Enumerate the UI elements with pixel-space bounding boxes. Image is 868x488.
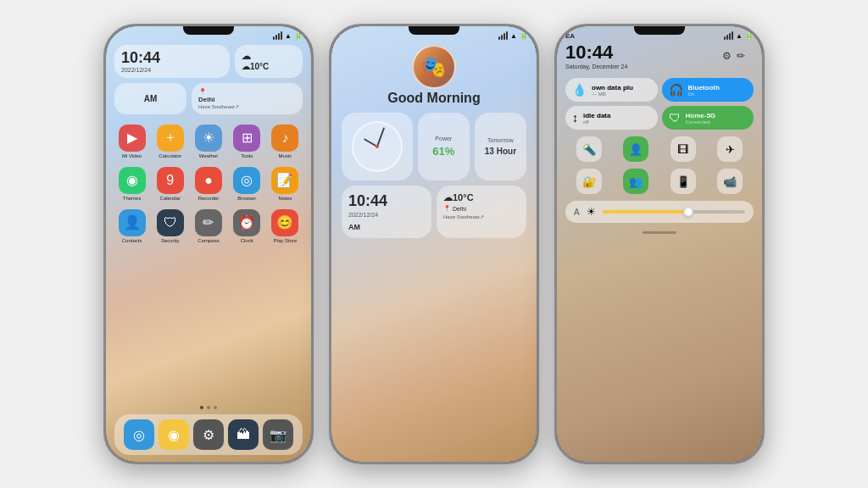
calculator-icon: ＋ bbox=[157, 125, 184, 152]
security-label: Security bbox=[161, 238, 180, 243]
contacts-icon: 👤 bbox=[119, 209, 146, 236]
tools-icon: ⊞ bbox=[233, 125, 260, 152]
app-calculator[interactable]: ＋ Calculator bbox=[153, 125, 187, 158]
tomorrow-label: Tomorrow bbox=[487, 137, 514, 143]
condition-label: Haze Southeast↗ bbox=[198, 103, 296, 109]
edit-icon[interactable]: ✏ bbox=[737, 50, 745, 62]
app-calendar[interactable]: 9 Calendar bbox=[153, 167, 187, 201]
app-tools[interactable]: ⊞ Tools bbox=[230, 125, 264, 158]
app-mi-video[interactable]: ▶ Mi Video bbox=[114, 125, 149, 158]
dock: ◎ ◉ ⚙ 🏔 📷 bbox=[114, 414, 303, 455]
app-compass[interactable]: ✏ Compass bbox=[191, 209, 225, 243]
app-music[interactable]: ♪ Music bbox=[268, 125, 303, 158]
film-btn[interactable]: 🎞 bbox=[670, 136, 696, 162]
calendar-icon: 9 bbox=[157, 167, 184, 194]
cc-tile-idle[interactable]: ↕ idle data off bbox=[565, 106, 658, 130]
weather-icon: ☁ bbox=[242, 51, 251, 62]
app-weather[interactable]: ☀ Weather bbox=[191, 125, 225, 158]
dock-app-5[interactable]: 📷 bbox=[263, 419, 293, 450]
app-contacts[interactable]: 👤 Contacts bbox=[114, 209, 149, 243]
tomorrow-widget: Tomorrow 13 Hour bbox=[475, 113, 526, 180]
temp-display: ☁10°C bbox=[242, 62, 269, 71]
phone1-screen: ▲ 🔋 10:44 2022/12/24 ☁ ☁10°C AM � bbox=[106, 26, 311, 462]
power-value: 61% bbox=[432, 145, 454, 158]
wifi-tile-label: Home-5G bbox=[686, 112, 716, 119]
cc-date-row: 10:44 Saturday, December 24 ⚙ ✏ bbox=[557, 42, 762, 69]
cc-tile-wifi[interactable]: 🛡 Home-5G Connected bbox=[662, 106, 754, 130]
cc-tile-data[interactable]: 💧 own data plu — MB bbox=[565, 78, 658, 102]
cc-tile-grid: 💧 own data plu — MB 🎧 Bluetooth On ↕ idl… bbox=[557, 75, 762, 133]
battery-icon-2: 🔋 bbox=[520, 32, 528, 40]
themes-label: Themes bbox=[123, 196, 142, 201]
time-display-2: 10:44 bbox=[348, 192, 425, 210]
status-bar-1: ▲ 🔋 bbox=[106, 26, 311, 42]
idle-tile-icon: ↕ bbox=[572, 111, 578, 125]
calendar-label: Calendar bbox=[160, 196, 181, 201]
recorder-icon: ● bbox=[195, 167, 222, 194]
app-clock[interactable]: ⏰ Clock bbox=[230, 209, 264, 243]
dock-app-2[interactable]: ◉ bbox=[159, 419, 189, 450]
wifi-icon-3: ▲ bbox=[736, 32, 743, 40]
idle-tile-sub: off bbox=[583, 119, 610, 125]
music-label: Music bbox=[279, 153, 292, 158]
wifi-icon: ▲ bbox=[285, 32, 292, 40]
dock-app-3[interactable]: ⚙ bbox=[193, 419, 224, 450]
bluetooth-tile-label: Bluetooth bbox=[688, 84, 720, 92]
phone-btn[interactable]: 📱 bbox=[670, 169, 696, 194]
cc-tile-bluetooth[interactable]: 🎧 Bluetooth On bbox=[662, 78, 754, 102]
data-tile-text: own data plu — MB bbox=[592, 84, 633, 97]
dock-app-4[interactable]: 🏔 bbox=[228, 419, 259, 450]
calculator-label: Calculator bbox=[159, 153, 181, 158]
brightness-a-label: A bbox=[574, 208, 580, 217]
notes-icon: 📝 bbox=[271, 167, 298, 194]
am-widget: AM bbox=[114, 83, 186, 114]
group-btn[interactable]: 👥 bbox=[623, 169, 648, 194]
signal-icon bbox=[273, 31, 282, 40]
weather-label: Weather bbox=[199, 153, 219, 158]
app-playstore[interactable]: 😊 Play Store bbox=[268, 209, 303, 243]
app-themes[interactable]: ◉ Themes bbox=[114, 167, 149, 201]
app-notes[interactable]: 📝 Notes bbox=[268, 167, 303, 201]
brightness-fill bbox=[603, 210, 688, 214]
compass-label: Compass bbox=[198, 238, 219, 243]
cc-icon-row-1: 🔦 👤 🎞 ✈ bbox=[557, 133, 762, 165]
app-recorder[interactable]: ● Recorder bbox=[191, 167, 225, 201]
dock-icon-3: ⚙ bbox=[193, 419, 224, 450]
location-icon-2: 📍 bbox=[443, 205, 451, 212]
data-tile-sub: — MB bbox=[592, 92, 633, 97]
bluetooth-tile-text: Bluetooth On bbox=[688, 84, 720, 97]
recorder-label: Recorder bbox=[198, 196, 220, 201]
contacts-label: Contacts bbox=[122, 238, 142, 243]
app-security[interactable]: 🛡 Security bbox=[153, 209, 187, 243]
status-bar-2: ▲ 🔋 bbox=[331, 26, 537, 42]
time-widget-2: 10:44 2022/12/24 AM bbox=[342, 186, 431, 238]
app-browser[interactable]: ◎ Browser bbox=[230, 167, 264, 201]
wifi-tile-text: Home-5G Connected bbox=[686, 112, 716, 125]
flashlight-btn[interactable]: 🔦 bbox=[576, 136, 602, 162]
phone-1: ▲ 🔋 10:44 2022/12/24 ☁ ☁10°C AM � bbox=[103, 24, 314, 464]
cc-icon-row-2: 🔐 👥 📱 📹 bbox=[557, 165, 762, 197]
brightness-bar[interactable] bbox=[603, 210, 745, 214]
camera-btn[interactable]: 📹 bbox=[717, 169, 743, 194]
clock-face bbox=[352, 121, 403, 172]
wifi-tile-icon: 🛡 bbox=[669, 111, 681, 125]
dot-3 bbox=[214, 406, 217, 409]
notes-label: Notes bbox=[279, 196, 292, 201]
weather-widget: ☁ ☁10°C bbox=[235, 45, 303, 78]
dock-app-1[interactable]: ◎ bbox=[124, 419, 154, 450]
city-2: Delhi bbox=[453, 206, 466, 212]
dock-area: ◎ ◉ ⚙ 🏔 📷 bbox=[106, 399, 311, 462]
brightness-control[interactable]: A ☀ bbox=[565, 201, 754, 223]
greeting-text: Good Morning bbox=[387, 91, 480, 106]
lock-btn[interactable]: 🔐 bbox=[576, 169, 602, 194]
carrier-label: EA bbox=[565, 32, 575, 40]
home-indicator bbox=[643, 231, 676, 234]
brightness-handle[interactable] bbox=[683, 207, 693, 217]
dock-icon-4: 🏔 bbox=[228, 419, 259, 450]
settings-icon[interactable]: ⚙ bbox=[722, 50, 732, 62]
browser-icon: ◎ bbox=[233, 167, 260, 194]
airplane-btn[interactable]: ✈ bbox=[717, 136, 743, 162]
browser-label: Browser bbox=[237, 196, 256, 201]
profile-btn[interactable]: 👤 bbox=[623, 136, 648, 162]
dot-1 bbox=[200, 406, 203, 409]
